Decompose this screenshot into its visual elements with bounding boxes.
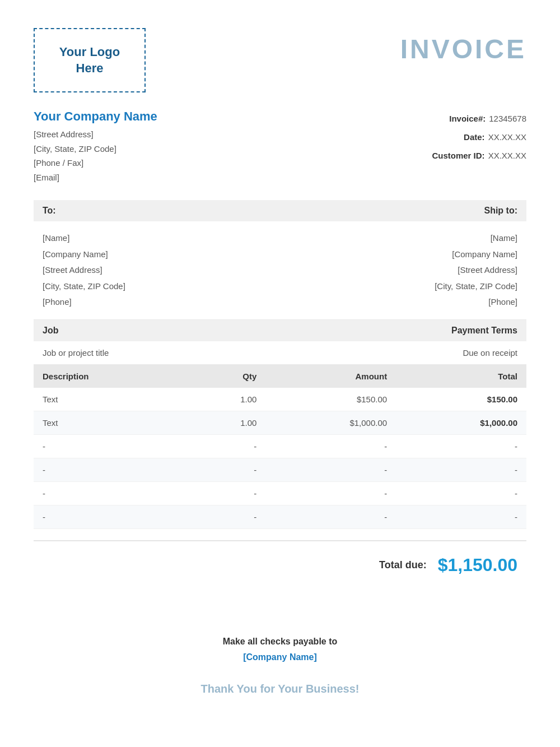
col-amount: Amount bbox=[265, 365, 396, 388]
col-qty: Qty bbox=[185, 365, 265, 388]
to-label: To: bbox=[43, 206, 56, 216]
invoice-title: INVOICE bbox=[400, 28, 526, 64]
to-street: [Street Address] bbox=[43, 262, 125, 279]
table-row: ---- bbox=[34, 434, 526, 458]
customer-id-value: XX.XX.XX bbox=[488, 146, 526, 165]
cell-amount: $150.00 bbox=[265, 388, 396, 411]
cell-description: - bbox=[34, 458, 185, 481]
payment-value: Due on receipt bbox=[463, 348, 517, 358]
cell-total: $1,000.00 bbox=[396, 411, 526, 434]
to-company: [Company Name] bbox=[43, 247, 125, 263]
table-row: Text1.00$1,000.00$1,000.00 bbox=[34, 411, 526, 434]
col-description: Description bbox=[34, 365, 185, 388]
date-label: Date: bbox=[464, 128, 485, 146]
address-right: [Name] [Company Name] [Street Address] [… bbox=[435, 230, 517, 310]
address-section: [Name] [Company Name] [Street Address] [… bbox=[34, 221, 526, 320]
cell-description: Text bbox=[34, 388, 185, 411]
job-payment-header: Job Payment Terms bbox=[34, 320, 526, 341]
table-row: ---- bbox=[34, 481, 526, 505]
cell-description: Text bbox=[34, 411, 185, 434]
job-value: Job or project title bbox=[43, 348, 109, 358]
cell-amount: - bbox=[265, 434, 396, 458]
items-table: Description Qty Amount Total Text1.00$15… bbox=[34, 365, 526, 529]
cell-amount: $1,000.00 bbox=[265, 411, 396, 434]
cell-total: - bbox=[396, 458, 526, 481]
cell-description: - bbox=[34, 505, 185, 528]
table-row: Text1.00$150.00$150.00 bbox=[34, 388, 526, 411]
footer: Make all checks payable to [Company Name… bbox=[34, 623, 526, 696]
table-row: ---- bbox=[34, 458, 526, 481]
logo-text: Your Logo Here bbox=[59, 44, 120, 76]
job-row: Job or project title Due on receipt bbox=[34, 341, 526, 365]
cell-description: - bbox=[34, 481, 185, 505]
company-street: [Street Address] bbox=[34, 127, 157, 142]
checks-company-name: [Company Name] bbox=[34, 649, 526, 666]
date-value: XX.XX.XX bbox=[488, 128, 526, 146]
customer-id-row: Customer ID: XX.XX.XX bbox=[432, 146, 526, 165]
invoice-page: Your Logo Here INVOICE Your Company Name… bbox=[0, 0, 560, 747]
total-amount: $1,150.00 bbox=[438, 555, 517, 576]
ship-name: [Name] bbox=[435, 230, 517, 247]
company-name: Your Company Name bbox=[34, 109, 157, 124]
logo-box: Your Logo Here bbox=[34, 28, 146, 92]
invoice-number-row: Invoice#: 12345678 bbox=[432, 109, 526, 128]
ship-label: Ship to: bbox=[484, 206, 517, 216]
cell-total: - bbox=[396, 434, 526, 458]
invoice-meta: Invoice#: 12345678 Date: XX.XX.XX Custom… bbox=[432, 109, 526, 184]
address-left: [Name] [Company Name] [Street Address] [… bbox=[43, 230, 125, 310]
customer-id-label: Customer ID: bbox=[432, 146, 484, 165]
company-section: Your Company Name [Street Address] [City… bbox=[34, 109, 526, 184]
to-phone: [Phone] bbox=[43, 294, 125, 310]
table-row: ---- bbox=[34, 505, 526, 528]
to-city: [City, State, ZIP Code] bbox=[43, 279, 125, 295]
cell-total: $150.00 bbox=[396, 388, 526, 411]
company-email: [Email] bbox=[34, 170, 157, 185]
cell-qty: - bbox=[185, 458, 265, 481]
company-phone: [Phone / Fax] bbox=[34, 156, 157, 170]
ship-company: [Company Name] bbox=[435, 247, 517, 263]
invoice-number-value: 12345678 bbox=[489, 109, 526, 128]
checks-line1: Make all checks payable to bbox=[34, 634, 526, 650]
date-row: Date: XX.XX.XX bbox=[432, 128, 526, 146]
cell-qty: 1.00 bbox=[185, 388, 265, 411]
cell-qty: - bbox=[185, 481, 265, 505]
cell-amount: - bbox=[265, 458, 396, 481]
table-header-row: Description Qty Amount Total bbox=[34, 365, 526, 388]
total-section: Total due: $1,150.00 bbox=[34, 541, 526, 589]
job-label: Job bbox=[43, 326, 58, 336]
header-section: Your Logo Here INVOICE bbox=[34, 28, 526, 92]
thank-you-text: Thank You for Your Business! bbox=[34, 683, 526, 695]
ship-phone: [Phone] bbox=[435, 294, 517, 310]
cell-amount: - bbox=[265, 481, 396, 505]
payment-label: Payment Terms bbox=[451, 326, 517, 336]
invoice-number-label: Invoice#: bbox=[449, 109, 486, 128]
cell-amount: - bbox=[265, 505, 396, 528]
cell-total: - bbox=[396, 481, 526, 505]
company-info: Your Company Name [Street Address] [City… bbox=[34, 109, 157, 184]
ship-city: [City, State, ZIP Code] bbox=[435, 279, 517, 295]
cell-description: - bbox=[34, 434, 185, 458]
to-name: [Name] bbox=[43, 230, 125, 247]
cell-qty: - bbox=[185, 505, 265, 528]
col-total: Total bbox=[396, 365, 526, 388]
cell-qty: - bbox=[185, 434, 265, 458]
to-ship-header: To: Ship to: bbox=[34, 200, 526, 221]
company-city: [City, State, ZIP Code] bbox=[34, 142, 157, 156]
ship-street: [Street Address] bbox=[435, 262, 517, 279]
cell-total: - bbox=[396, 505, 526, 528]
total-label: Total due: bbox=[379, 559, 427, 571]
checks-text: Make all checks payable to [Company Name… bbox=[34, 634, 526, 666]
cell-qty: 1.00 bbox=[185, 411, 265, 434]
